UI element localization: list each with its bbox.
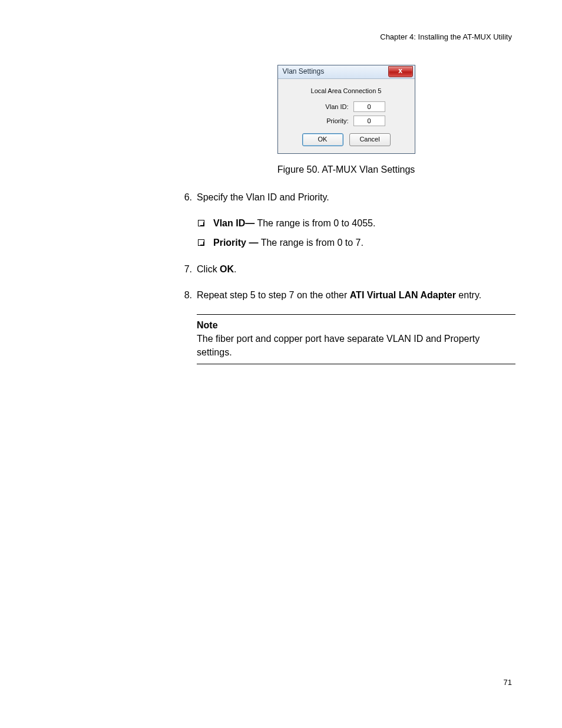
note-box: Note The fiber port and copper port have…	[197, 314, 515, 365]
bullet-icon	[198, 236, 213, 251]
connection-label: Local Area Connection 5	[283, 87, 410, 94]
document-page: Chapter 4: Installing the AT-MUX Utility…	[0, 0, 562, 728]
step-number: 8.	[177, 288, 197, 302]
step-8: 8. Repeat step 5 to step 7 on the other …	[177, 288, 515, 302]
close-button[interactable]: x	[388, 66, 413, 77]
step-text: Repeat step 5 to step 7 on the other ATI…	[197, 288, 515, 302]
bold-span: ATI Virtual LAN Adapter	[350, 290, 456, 300]
step-7: 7. Click OK.	[177, 262, 515, 276]
dialog-button-row: OK Cancel	[283, 133, 410, 146]
vlan-settings-dialog: Vlan Settings x Local Area Connection 5 …	[277, 65, 415, 154]
step-number: 6.	[177, 190, 197, 205]
sub-item-priority: Priority — The range is from 0 to 7.	[198, 236, 515, 251]
priority-input[interactable]: 0	[353, 116, 385, 126]
dialog-title: Vlan Settings	[283, 67, 325, 75]
text-span: Click	[197, 264, 220, 274]
chapter-header: Chapter 4: Installing the AT-MUX Utility	[380, 32, 512, 41]
bold-span: OK	[220, 264, 234, 274]
text-span: entry.	[456, 290, 481, 300]
page-content: Vlan Settings x Local Area Connection 5 …	[177, 65, 515, 364]
step-number: 7.	[177, 262, 197, 276]
page-number: 71	[504, 678, 512, 687]
bold-span: Vlan ID—	[213, 218, 254, 228]
text-span: Repeat step 5 to step 7 on the other	[197, 290, 350, 300]
priority-label: Priority:	[308, 117, 353, 124]
ok-button[interactable]: OK	[302, 133, 343, 146]
priority-row: Priority: 0	[283, 116, 410, 126]
note-body: The fiber port and copper port have sepa…	[197, 332, 515, 359]
dialog-titlebar: Vlan Settings x	[278, 65, 415, 79]
step-6: 6. Specify the Vlan ID and Priority.	[177, 190, 515, 205]
note-title: Note	[197, 318, 515, 332]
text-span: The range is from 0 to 7.	[258, 238, 363, 248]
vlan-id-label: Vlan ID:	[308, 103, 353, 110]
bold-span: Priority —	[213, 238, 258, 248]
text-span: .	[234, 264, 236, 274]
dialog-body: Local Area Connection 5 Vlan ID: 0 Prior…	[278, 79, 415, 153]
text-span: The range is from 0 to 4055.	[254, 218, 375, 228]
figure-caption: Figure 50. AT-MUX Vlan Settings	[177, 164, 515, 175]
cancel-button[interactable]: Cancel	[349, 133, 391, 146]
vlan-id-row: Vlan ID: 0	[283, 101, 410, 112]
vlan-id-input[interactable]: 0	[353, 101, 385, 112]
step-text: Click OK.	[197, 262, 515, 276]
step-text: Specify the Vlan ID and Priority.	[197, 190, 515, 205]
sub-item-text: Vlan ID— The range is from 0 to 4055.	[213, 216, 515, 231]
sub-item-text: Priority — The range is from 0 to 7.	[213, 236, 515, 251]
bullet-icon	[198, 216, 213, 231]
sub-item-vlan-id: Vlan ID— The range is from 0 to 4055.	[198, 216, 515, 231]
